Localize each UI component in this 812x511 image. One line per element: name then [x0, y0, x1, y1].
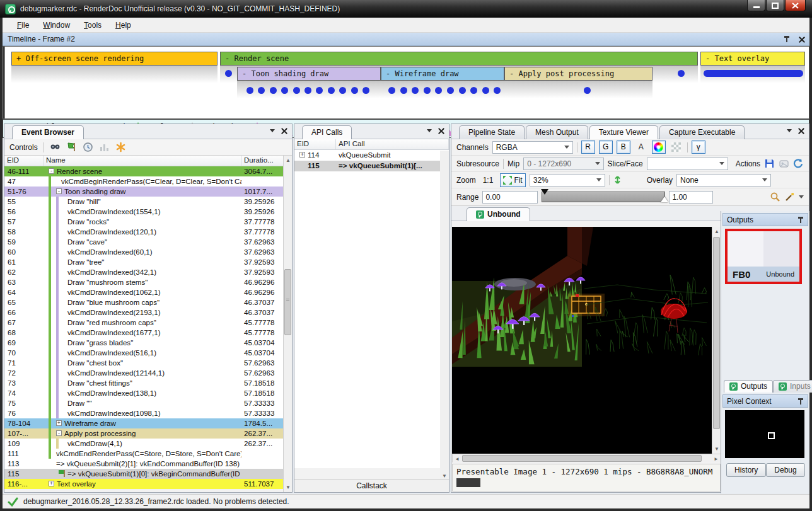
api-calls-scrollbar[interactable]: ▼	[440, 151, 449, 481]
flip-y-icon[interactable]	[613, 175, 624, 185]
alpha-checkerboard-button[interactable]	[670, 141, 683, 154]
range-black-point-handle[interactable]	[541, 189, 548, 195]
timeline-marker-bar[interactable]: - Apply post processing	[504, 67, 652, 81]
api-call-row[interactable]: +114vkQueueSubmit	[294, 150, 449, 161]
timeline-draw-dot[interactable]	[328, 87, 335, 94]
close-icon[interactable]	[281, 128, 287, 134]
timeline-marker-bar[interactable]: - Text overlay	[700, 52, 805, 66]
timeline-draw-dot[interactable]	[225, 70, 232, 77]
timeline-marker-bar[interactable]: - Toon shading draw	[237, 67, 381, 81]
pin-icon[interactable]	[798, 398, 804, 405]
autofit-magnifier-icon[interactable]	[770, 192, 780, 202]
timeline-draw-dot[interactable]	[362, 87, 369, 94]
event-row[interactable]: 78-104+Wireframe draw1784.5...	[4, 418, 283, 428]
event-row[interactable]: 109vkCmdDraw(4,1)262.37...	[4, 439, 283, 449]
histogram-wand-icon[interactable]	[784, 192, 795, 202]
event-row[interactable]: 71Draw "chest box"57.62963	[4, 358, 283, 368]
jump-to-eid-flag-icon[interactable]	[66, 142, 77, 152]
tab-mesh-output[interactable]: Mesh Output	[526, 125, 588, 139]
event-row[interactable]: 55Draw "hill"39.25926	[4, 197, 283, 207]
api-call-row[interactable]: 115=> vkQueueSubmit(1)[...	[294, 161, 449, 171]
zoom-select[interactable]: 32%	[530, 174, 605, 187]
event-row[interactable]: 59Draw "cave"37.62963	[4, 237, 283, 247]
refresh-icon[interactable]	[793, 158, 804, 169]
find-icon[interactable]	[50, 142, 61, 152]
event-row[interactable]: 70vkCmdDrawIndexed(516,1)45.03704	[4, 348, 283, 358]
tab-event-browser[interactable]: Event Browser	[12, 125, 84, 139]
menu-window[interactable]: Window	[37, 19, 76, 32]
timeline-draw-dot[interactable]	[388, 87, 395, 94]
event-row[interactable]: 65Draw "blue mushroom caps"46.37037	[4, 297, 283, 307]
history-button[interactable]: History	[726, 463, 766, 477]
pixel-context-view[interactable]	[725, 410, 804, 458]
menu-tools[interactable]: Tools	[78, 19, 107, 32]
open-in-viewer-icon[interactable]	[779, 158, 789, 169]
timeline-draw-dot[interactable]	[482, 87, 489, 94]
range-min-input[interactable]: 0.00	[482, 191, 538, 204]
timeline-marker-bar[interactable]: + Off-screen scene rendering	[11, 52, 218, 66]
event-row[interactable]: 74vkCmdDrawIndexed(138,1)57.18518	[4, 388, 283, 398]
event-row[interactable]: 72vkCmdDrawIndexed(12144,1)57.62963	[4, 368, 283, 378]
event-row[interactable]: 69Draw "grass blades"45.03704	[4, 338, 283, 348]
gamma-button[interactable]: γ	[692, 141, 705, 154]
title-bar[interactable]: debugmarker.rdc - RenderDoc Unofficial r…	[0, 0, 812, 18]
timeline-draw-dot[interactable]	[304, 87, 311, 94]
fit-button[interactable]: Fit	[500, 173, 525, 187]
timeline-draw-dot[interactable]	[351, 87, 358, 94]
hdr-mul-color-wheel-button[interactable]	[652, 141, 666, 154]
timeline-panel[interactable]: + Off-screen scene rendering- Render sce…	[3, 46, 809, 119]
event-row[interactable]: 67Draw "red mushroom caps"45.77778	[4, 318, 283, 328]
event-row[interactable]: 57Draw "rocks"37.77778	[4, 217, 283, 227]
tab-pipeline-state[interactable]: Pipeline State	[459, 125, 525, 139]
overlay-select[interactable]: None	[676, 174, 771, 187]
event-row[interactable]: 46-111-Render scene3064.7...	[4, 166, 283, 176]
event-row[interactable]: 61Draw "tree"37.92593	[4, 257, 283, 267]
texture-horizontal-scrollbar[interactable]: ◄ ►	[452, 454, 721, 462]
range-slider[interactable]	[542, 192, 665, 202]
timeline-draw-dot[interactable]	[246, 87, 253, 94]
timeline-draw-dot[interactable]	[459, 87, 466, 94]
texture-viewport[interactable]	[452, 227, 712, 454]
tab-texture-unbound[interactable]: Unbound	[467, 207, 530, 221]
tab-api-calls[interactable]: API Calls	[302, 125, 352, 139]
event-row[interactable]: 63Draw "mushroom stems"46.96296	[4, 277, 283, 287]
time-draws-clock-icon[interactable]	[83, 142, 93, 152]
callstack-collapsed-panel[interactable]: Callstack	[294, 479, 449, 492]
save-icon[interactable]	[764, 158, 775, 169]
event-row[interactable]: 76vkCmdDrawIndexed(1098,1)57.33333	[4, 408, 283, 418]
chevron-down-icon[interactable]	[787, 129, 792, 132]
event-row[interactable]: 62vkCmdDrawIndexed(342,1)37.92593	[4, 267, 283, 277]
minimize-button[interactable]	[747, 0, 765, 11]
chevron-down-icon[interactable]	[270, 129, 275, 132]
event-row[interactable]: 116-...+Text overlay511.7037	[4, 479, 283, 489]
event-row[interactable]: 51-76-Toon shading draw1017.7...	[4, 187, 283, 197]
close-button[interactable]	[785, 0, 806, 11]
event-row[interactable]: 64vkCmdDrawIndexed(1062,1)46.96296	[4, 287, 283, 297]
channel-alpha-button[interactable]: A	[634, 141, 648, 154]
tree-expander[interactable]: -	[49, 168, 54, 174]
tree-expander[interactable]: +	[56, 420, 62, 426]
timeline-draw-dot[interactable]	[678, 70, 685, 77]
tab-texture-viewer[interactable]: Texture Viewer	[589, 125, 658, 139]
debug-button[interactable]: Debug	[766, 463, 804, 477]
timeline-draw-dot[interactable]	[447, 87, 454, 94]
event-row[interactable]: 113=> vkQueueSubmit(2)[1]: vkEndCommandB…	[4, 459, 283, 469]
timeline-marker-bar[interactable]: - Render scene	[220, 52, 698, 66]
event-row[interactable]: 75Draw ""57.33333	[4, 398, 283, 408]
range-max-input[interactable]: 1.00	[669, 191, 713, 204]
event-row[interactable]: 58vkCmdDrawIndexed(120,1)37.77778	[4, 227, 283, 237]
channel-red-button[interactable]: R	[581, 141, 595, 154]
event-row[interactable]: 66vkCmdDrawIndexed(2193,1)46.37037	[4, 307, 283, 318]
timeline-draw-capsule[interactable]	[704, 70, 803, 77]
tree-expander[interactable]: -	[56, 188, 62, 194]
event-row[interactable]: 73Draw "chest fittings"57.18518	[4, 378, 283, 388]
event-row[interactable]: 115=> vkQueueSubmit(1)[0]: vkBeginComman…	[4, 469, 283, 479]
slice-face-select[interactable]	[647, 158, 728, 170]
close-icon[interactable]	[438, 128, 444, 134]
pin-icon[interactable]	[784, 35, 790, 43]
timeline-draw-dot[interactable]	[293, 87, 300, 94]
event-row[interactable]: 60vkCmdDrawIndexed(60,1)37.62963	[4, 247, 283, 257]
event-row[interactable]: 111vkCmdEndRenderPass(C=Store, D=Store, …	[4, 449, 283, 459]
chevron-down-icon[interactable]	[427, 129, 432, 132]
tab-outputs[interactable]: Outputs	[724, 380, 773, 393]
